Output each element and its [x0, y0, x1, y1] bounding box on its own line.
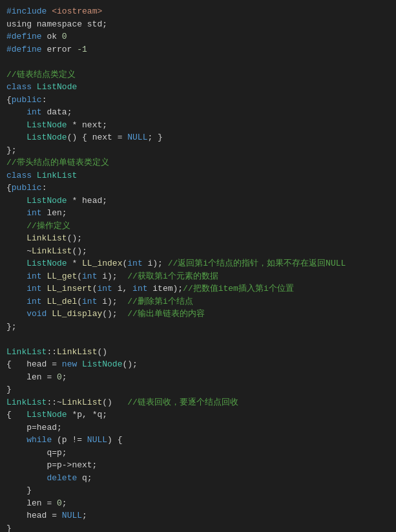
preproc-include: #include: [6, 6, 47, 16]
comment-listnode-def: //链表结点类定义: [6, 70, 76, 80]
comment-ll-del: //删除第i个结点: [127, 297, 193, 306]
classname-linklist: LinkList: [37, 171, 77, 180]
comment-destructor: //链表回收，要逐个结点回收: [127, 398, 238, 407]
preproc-define-error: #define: [6, 45, 42, 54]
comment-ll-insert: //把数值item插入第i个位置: [183, 284, 294, 293]
code-editor: #include <iostream> using namespace std;…: [6, 5, 390, 532]
comment-ll-display: //输出单链表的内容: [127, 309, 205, 319]
kw-class2: class: [6, 171, 32, 180]
classname-listnode: ListNode: [37, 82, 77, 92]
comment-ll-get: //获取第i个元素的数据: [127, 271, 218, 281]
comment-ll-index: //返回第i个结点的指针，如果不存在返回NULL: [168, 259, 346, 268]
comment-linklist-def: //带头结点的单链表类定义: [6, 158, 109, 167]
kw-class: class: [6, 82, 32, 92]
comment-ops: //操作定义: [26, 221, 70, 231]
preproc-define-ok: #define: [6, 32, 42, 41]
